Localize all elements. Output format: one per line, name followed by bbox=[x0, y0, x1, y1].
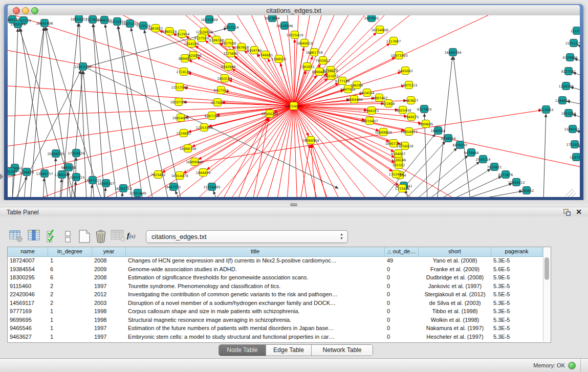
new-document-icon[interactable] bbox=[78, 229, 93, 245]
table-cell[interactable]: 2012 bbox=[92, 290, 126, 299]
tab-network-table[interactable]: Network Table bbox=[312, 345, 373, 356]
function-builder-icon[interactable]: f(x) bbox=[127, 231, 142, 247]
table-cell[interactable]: Changes of HCN gene expression and I(f) … bbox=[126, 256, 385, 265]
table-cell[interactable]: 1997 bbox=[92, 324, 126, 333]
table-cell[interactable]: 2008 bbox=[92, 256, 126, 265]
table-cell[interactable]: 5.3E-5 bbox=[491, 282, 542, 291]
window-titlebar[interactable]: citations_edges.txt bbox=[8, 5, 580, 16]
table-cell[interactable]: Structural magnetic resonance image aver… bbox=[126, 316, 385, 324]
table-row[interactable]: 969969511998Structural magnetic resonanc… bbox=[8, 316, 543, 324]
table-cell[interactable]: 9699695 bbox=[8, 316, 48, 324]
table-cell[interactable]: Stergiakouli et al. (2012) bbox=[419, 290, 491, 299]
table-cell[interactable]: Embryonic stem cells: a model to study s… bbox=[126, 333, 385, 341]
table-cell[interactable]: de Silva et al. (2003) bbox=[419, 299, 491, 308]
table-cell[interactable]: 1 bbox=[48, 324, 92, 333]
table-cell[interactable]: 9115460 bbox=[8, 282, 48, 291]
table-cell[interactable]: Franke et al. (2009) bbox=[419, 265, 491, 274]
scrollbar-thumb[interactable] bbox=[545, 257, 549, 280]
table-cell[interactable]: 14569117 bbox=[8, 299, 48, 308]
table-cell[interactable]: Nakamura et al. (1997) bbox=[419, 324, 491, 333]
table-cell[interactable]: 0 bbox=[385, 282, 419, 291]
table-cell[interactable]: 1 bbox=[48, 256, 92, 265]
tab-node-table[interactable]: Node Table bbox=[219, 345, 266, 356]
table-row[interactable]: 911546021997Tourette syndrome. Phenomeno… bbox=[8, 282, 543, 291]
table-cell[interactable]: Investigating the contribution of common… bbox=[126, 290, 385, 299]
table-cell[interactable]: 1 bbox=[48, 316, 92, 324]
table-cell[interactable]: Yano et al. (2008) bbox=[419, 256, 491, 265]
table-cell[interactable]: 1998 bbox=[92, 316, 126, 324]
memory-indicator-icon[interactable] bbox=[568, 362, 576, 369]
table-cell[interactable]: 5.3E-5 bbox=[491, 256, 542, 265]
table-cell[interactable]: 19384554 bbox=[8, 265, 48, 274]
table-cell[interactable]: 1 bbox=[48, 333, 92, 341]
table-cell[interactable]: 0 bbox=[385, 273, 419, 282]
table-cell[interactable]: 18724007 bbox=[8, 256, 48, 265]
table-cell[interactable]: 2009 bbox=[92, 265, 126, 274]
table-cell[interactable]: Dudbridge et al. (2008) bbox=[419, 273, 491, 282]
table-cell[interactable]: 18300295 bbox=[8, 273, 48, 282]
table-cell[interactable]: 0 bbox=[385, 324, 419, 333]
table-cell[interactable]: 5.3E-5 bbox=[491, 307, 542, 316]
table-cell[interactable]: Tourette syndrome. Phenomenology and cla… bbox=[126, 282, 385, 291]
table-cell[interactable]: 1998 bbox=[92, 307, 126, 316]
table-row[interactable]: 1872400712008Changes of HCN gene express… bbox=[8, 256, 543, 265]
table-cell[interactable]: 0 bbox=[385, 333, 419, 341]
table-cell[interactable]: 5.3E-5 bbox=[491, 324, 542, 333]
table-cell[interactable]: Genome-wide association studies in ADHD. bbox=[126, 265, 385, 274]
table-cell[interactable]: 22420046 bbox=[8, 290, 48, 299]
table-cell[interactable]: 5.3E-5 bbox=[491, 316, 542, 324]
table-cell[interactable]: 0 bbox=[385, 299, 419, 308]
network-canvas[interactable]: 1848137124779324055732069140610653257152… bbox=[8, 15, 580, 197]
table-row[interactable]: 1830029562008Estimation of significance … bbox=[8, 273, 543, 282]
vertical-scrollbar[interactable] bbox=[543, 247, 551, 341]
table-cell[interactable]: 49 bbox=[385, 256, 419, 265]
unselect-all-icon[interactable] bbox=[63, 229, 79, 245]
table-cell[interactable]: 5.5E-5 bbox=[491, 290, 542, 299]
table-cell[interactable]: 6 bbox=[48, 265, 92, 274]
column-header-in_degree[interactable]: in_degree bbox=[48, 247, 92, 256]
table-cell[interactable]: 2 bbox=[48, 282, 92, 291]
table-cell[interactable]: 5.3E-5 bbox=[491, 333, 542, 341]
table-cell[interactable]: 2003 bbox=[92, 299, 126, 308]
table-cell[interactable]: 9463627 bbox=[8, 333, 48, 341]
table-cell[interactable]: Tibbo et al. (1998) bbox=[419, 307, 491, 316]
column-header-pagerank[interactable]: pagerank bbox=[491, 247, 542, 256]
table-settings-icon[interactable] bbox=[9, 229, 25, 245]
divider-handle-icon[interactable] bbox=[290, 203, 297, 206]
table-cell[interactable]: Jankovic et al. (1997) bbox=[419, 282, 491, 291]
table-cell[interactable]: Estimation of the future numbers of pati… bbox=[126, 324, 385, 333]
column-header-title[interactable]: title bbox=[126, 247, 385, 256]
close-panel-icon[interactable]: ✕ bbox=[576, 208, 582, 216]
table-row[interactable]: 1938455462009Genome-wide association stu… bbox=[8, 265, 543, 274]
table-cell[interactable]: Corpus callosum shape and size in male p… bbox=[126, 307, 385, 316]
table-cell[interactable]: 5.3E-5 bbox=[491, 299, 542, 308]
table-cell[interactable]: 0 bbox=[385, 307, 419, 316]
tab-edge-table[interactable]: Edge Table bbox=[266, 345, 312, 356]
table-cell[interactable]: Hescheler et al. (1997) bbox=[419, 333, 491, 341]
table-cell[interactable]: 1997 bbox=[92, 333, 126, 341]
table-cell[interactable]: Wolkin et al. (1998) bbox=[419, 316, 491, 324]
table-row[interactable]: 1456911722003Disruption of a novel membe… bbox=[8, 299, 543, 308]
table-row[interactable]: 946362711997Embryonic stem cells: a mode… bbox=[8, 333, 543, 341]
column-header-year[interactable]: year bbox=[92, 247, 126, 256]
table-cell[interactable]: 0 bbox=[385, 290, 419, 299]
collapse-arrow-icon[interactable] bbox=[0, 173, 4, 180]
column-header-out_de[interactable]: △out_de… bbox=[385, 247, 419, 256]
delete-icon[interactable] bbox=[94, 229, 110, 245]
column-header-short[interactable]: short bbox=[419, 247, 491, 256]
table-cell[interactable]: 5.6E-5 bbox=[491, 265, 542, 274]
select-column-icon[interactable] bbox=[28, 229, 43, 245]
column-header-name[interactable]: name bbox=[8, 247, 48, 256]
table-cell[interactable]: 1 bbox=[48, 307, 92, 316]
table-cell[interactable]: Disruption of a novel member of a sodium… bbox=[126, 299, 385, 308]
table-cell[interactable]: 9465546 bbox=[8, 324, 48, 333]
table-row[interactable]: 977716911998Corpus callosum shape and si… bbox=[8, 307, 543, 316]
table-cell[interactable]: 0 bbox=[385, 265, 419, 274]
table-cell[interactable]: 9777169 bbox=[8, 307, 48, 316]
table-cell[interactable]: 6 bbox=[48, 273, 92, 282]
table-row[interactable]: 2242004622012Investigating the contribut… bbox=[8, 290, 543, 299]
table-cell[interactable]: 2008 bbox=[92, 273, 126, 282]
table-cell[interactable]: Estimation of significance thresholds fo… bbox=[126, 273, 385, 282]
table-selector[interactable]: citations_edges.txt ▲▼ bbox=[146, 230, 348, 243]
table-cell[interactable]: 5.9E-5 bbox=[491, 273, 542, 282]
